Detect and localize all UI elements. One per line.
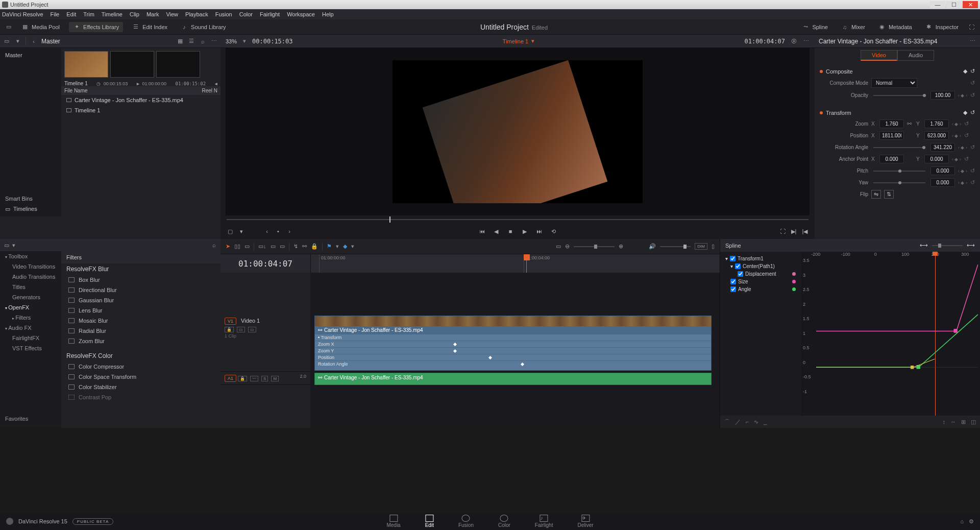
file-row[interactable]: Carter Vintage - Jon Schaffer - ES-335.m… — [61, 95, 220, 105]
search-icon[interactable]: ⌕ — [199, 38, 206, 45]
scope-icon[interactable]: ⦿ — [790, 38, 797, 45]
mixer-button[interactable]: ♫Mixer — [837, 22, 869, 32]
curve-tool[interactable]: ⌒ — [724, 418, 730, 426]
menu-file[interactable]: File — [51, 11, 60, 17]
a1-header[interactable]: A1 🔒〰SM 2.0 — [220, 372, 310, 385]
fx-item[interactable]: Mosaic Blur — [61, 316, 220, 326]
volume-slider[interactable] — [660, 246, 691, 247]
reset-icon[interactable]: ↺ — [970, 92, 975, 99]
expand-icon[interactable]: ⟷ — [967, 242, 975, 249]
last-frame-button[interactable]: ⏭ — [535, 228, 543, 235]
tracks-area[interactable]: ⚯Carter Vintage - Jon Schaffer - ES-335.… — [310, 273, 720, 428]
grid-view-icon[interactable]: ▦ — [177, 38, 184, 45]
spline-node[interactable]: ▾Transform1 — [723, 255, 798, 262]
ripple-icon[interactable]: ▭ — [271, 243, 276, 250]
fairlightfx-cat[interactable]: FairlightFX — [0, 333, 61, 343]
playhead[interactable] — [524, 254, 530, 260]
favorites-cat[interactable]: Favorites — [0, 413, 33, 425]
reset-icon[interactable]: ↺ — [970, 80, 975, 86]
fx-item[interactable]: Color Compressor — [61, 362, 220, 372]
zoom-in-icon[interactable]: ⊕ — [619, 243, 623, 250]
fit-icon[interactable]: ⟷ — [920, 242, 928, 249]
rotation-input[interactable] — [930, 143, 955, 152]
goto-start-icon[interactable]: |◀ — [801, 228, 808, 235]
home-icon[interactable]: ⌂ — [960, 518, 964, 525]
dim-button[interactable]: DIM — [695, 243, 707, 250]
tab-audio[interactable]: Audio — [897, 50, 934, 61]
expand-icon[interactable]: ⛶ — [968, 23, 975, 31]
pitch-slider[interactable] — [873, 171, 925, 172]
file-row[interactable]: Timeline 1 — [61, 105, 220, 115]
volume-icon[interactable]: 🔊 — [649, 243, 656, 250]
page-fusion[interactable]: Fusion — [458, 515, 474, 528]
filters-cat[interactable]: Filters — [0, 312, 61, 323]
menu-trim[interactable]: Trim — [83, 11, 94, 17]
pitch-input[interactable] — [930, 166, 955, 175]
list-view-icon[interactable]: ☰ — [188, 38, 195, 45]
spline-graph[interactable]: -200-1000100200300 3.532.521.510.50-0.5-… — [801, 252, 980, 416]
tool-icon[interactable]: ↕ — [943, 419, 946, 425]
lock-icon[interactable]: 🔒 — [225, 327, 234, 332]
menu-mark[interactable]: Mark — [146, 11, 159, 17]
stop-button[interactable]: ■ — [507, 228, 514, 235]
titles-cat[interactable]: Titles — [0, 282, 61, 292]
prev-edit-icon[interactable]: ‹ — [263, 228, 271, 235]
flag-icon[interactable]: ⚑ — [327, 243, 332, 250]
audiofx-cat[interactable]: Audio FX — [0, 323, 61, 333]
generators-cat[interactable]: Generators — [0, 292, 61, 302]
flip-v-button[interactable]: ⇅ — [884, 190, 894, 199]
effects-search-input[interactable] — [20, 242, 207, 249]
v1-header[interactable]: V1 Video 1 🔒▭▭ 1 Clip — [220, 316, 310, 372]
first-frame-button[interactable]: ⏮ — [478, 228, 485, 235]
fx-item[interactable]: Color Space Transform — [61, 372, 220, 382]
viewer-zoom[interactable]: 33% — [226, 38, 237, 44]
anchor-x-input[interactable] — [879, 155, 904, 163]
media-pool-button[interactable]: ▦Media Pool — [17, 22, 64, 32]
mute-button[interactable]: M — [271, 376, 279, 381]
goto-end-icon[interactable]: ▶| — [790, 228, 797, 235]
audio-clip[interactable]: ⚯Carter Vintage - Jon Schaffer - ES-335.… — [314, 373, 712, 385]
selection-tool[interactable]: ➤ — [226, 243, 230, 250]
viewer-canvas[interactable] — [226, 48, 810, 215]
fx-item[interactable]: Radial Blur — [61, 326, 220, 336]
append-icon[interactable]: ▭↓ — [258, 243, 266, 250]
clip-thumb[interactable] — [110, 51, 154, 78]
layout-icon[interactable]: ▭ — [5, 23, 12, 31]
inspector-button[interactable]: ✱Inspector — [921, 22, 963, 32]
flip-h-button[interactable]: ⇋ — [871, 190, 881, 199]
tool-icon[interactable]: ◫ — [971, 419, 976, 425]
menu-fusion[interactable]: Fusion — [215, 11, 232, 17]
fx-item[interactable]: Box Blur — [61, 275, 220, 285]
pos-y-input[interactable] — [924, 131, 949, 140]
chevron-down-icon[interactable]: ▾ — [10, 242, 17, 249]
opacity-input[interactable] — [930, 91, 955, 100]
chevron-down-icon[interactable]: ▾ — [14, 38, 21, 45]
lock-icon[interactable]: 🔒 — [238, 376, 247, 381]
menu-clip[interactable]: Clip — [130, 11, 139, 17]
keyframe-controls[interactable]: ◆ — [963, 68, 967, 75]
reset-icon[interactable]: ↺ — [970, 109, 975, 116]
spline-node[interactable]: Size — [723, 278, 798, 285]
reset-icon[interactable]: ↺ — [970, 68, 975, 75]
composite-mode-select[interactable]: Normal — [871, 78, 917, 88]
solo-button[interactable]: S — [261, 376, 268, 381]
mute-icon[interactable]: ▯ — [712, 243, 715, 250]
clip-thumb[interactable] — [156, 51, 200, 78]
more2-icon[interactable]: ⋯ — [802, 38, 810, 45]
marker-icon[interactable]: ◆ — [343, 243, 347, 250]
zoom-y-input[interactable] — [924, 119, 949, 128]
match-frame-icon[interactable]: • — [275, 228, 282, 235]
fullscreen-icon[interactable]: ⛶ — [779, 228, 786, 235]
pool-layout-icon[interactable]: ▭ — [3, 38, 10, 45]
overwrite-icon[interactable]: ▭ — [280, 243, 285, 250]
retime-icon[interactable]: ↯ — [293, 243, 298, 250]
tab-video[interactable]: Video — [861, 50, 897, 61]
insert-icon[interactable]: ▭ — [244, 243, 250, 250]
fx-item[interactable]: Contrast Pop — [61, 392, 220, 402]
timeline-ruler[interactable]: 01:00:00:00 01:00:04:00 — [310, 254, 720, 273]
page-edit[interactable]: Edit — [425, 515, 434, 528]
spline-node[interactable]: ▾Center(Path1) — [723, 262, 798, 270]
openfx-cat[interactable]: OpenFX — [0, 302, 61, 312]
zoom-out-icon[interactable]: ⊖ — [565, 243, 570, 250]
lock-icon[interactable]: 🔒 — [311, 243, 318, 250]
